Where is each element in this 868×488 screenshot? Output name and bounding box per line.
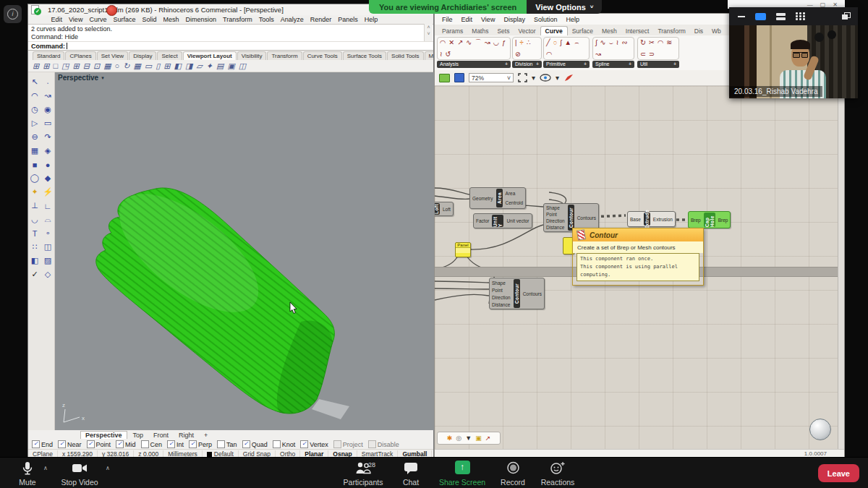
active-speaker-view-icon[interactable]: [755, 13, 766, 20]
rhino-menu-item[interactable]: Help: [365, 16, 378, 23]
osnap-int[interactable]: ✓Int: [167, 440, 184, 448]
gh-tool-icon[interactable]: ✂: [649, 38, 655, 48]
tool-icon[interactable]: ∷: [33, 242, 38, 252]
expand-icon[interactable]: +: [629, 61, 631, 68]
osnap-project[interactable]: Project: [333, 440, 363, 448]
osnap-near[interactable]: ✓Near: [58, 440, 82, 448]
gh-tool-icon[interactable]: ƒ: [502, 38, 506, 48]
toolbar-tab-surface-tools[interactable]: Surface Tools: [343, 51, 386, 60]
osnap-perp[interactable]: ✓Perp: [189, 440, 212, 448]
gh-tool-icon[interactable]: ↗: [457, 38, 463, 48]
gh-tab-curve[interactable]: Curve: [540, 26, 568, 35]
checkbox[interactable]: ✓: [32, 440, 40, 448]
tool-icon[interactable]: ◫: [239, 61, 246, 71]
gh-tool-icon[interactable]: ◡: [493, 38, 499, 48]
toolbar-tab-select[interactable]: Select: [157, 51, 182, 60]
rhino-menu-item[interactable]: Dimension: [185, 16, 216, 23]
tool-icon[interactable]: ⊞: [33, 61, 39, 71]
rhino-menu-item[interactable]: Tools: [259, 16, 274, 23]
toolbar-tab-transform[interactable]: Transform: [267, 51, 302, 60]
osnap-mid[interactable]: ✓Mid: [116, 440, 136, 448]
canvas-widget-icon[interactable]: ▣: [475, 435, 482, 442]
gh-tool-icon[interactable]: ○: [553, 38, 558, 48]
viewport-tab-right[interactable]: Right: [174, 432, 198, 439]
cplane-button[interactable]: CPlane: [28, 450, 58, 458]
tool-icon[interactable]: ✦: [31, 187, 38, 197]
output-port[interactable]: Unit vector: [506, 218, 529, 223]
tool-icon[interactable]: ▭: [44, 119, 51, 128]
toolbar-tab-cplanes[interactable]: CPlanes: [65, 51, 95, 60]
gh-tab-transform[interactable]: Transform: [653, 27, 689, 35]
input-port[interactable]: Base: [630, 217, 641, 222]
output-port[interactable]: Contours: [523, 291, 542, 296]
rhino-menu-item[interactable]: Edit: [51, 16, 63, 23]
gh-tool-icon[interactable]: ↺: [446, 49, 451, 59]
tool-icon[interactable]: ↻: [123, 61, 129, 71]
osnap-disable[interactable]: Disable: [368, 440, 399, 448]
gh-tool-icon[interactable]: ʃ: [560, 38, 561, 48]
gh-tool-icon[interactable]: ⊃: [649, 49, 655, 59]
gh-component-loft[interactable]: Loft Loft: [435, 202, 454, 216]
gh-component-area[interactable]: Geometry Area AreaCentroid: [469, 187, 526, 209]
tool-icon[interactable]: ◇: [45, 270, 51, 279]
tool-icon[interactable]: ∟: [44, 202, 52, 210]
gh-component-unit-y[interactable]: Factor Unit Y Unit vector: [473, 213, 532, 228]
checkbox[interactable]: ✓: [167, 440, 175, 448]
scroll-up-icon[interactable]: ˄: [425, 24, 433, 30]
tool-icon[interactable]: ▭: [145, 61, 152, 71]
chevron-down-icon[interactable]: ▾: [101, 75, 104, 81]
gh-tool-icon[interactable]: ∿: [600, 38, 606, 48]
tool-icon[interactable]: ⊞: [73, 61, 80, 71]
tool-icon[interactable]: ∘: [46, 228, 51, 238]
output-port[interactable]: Area: [506, 191, 524, 196]
gh-tool-icon[interactable]: ▲: [565, 38, 571, 48]
toggle-grid-snap[interactable]: Grid Snap: [239, 450, 276, 458]
gh-tool-icon[interactable]: ↝: [595, 49, 601, 59]
zoom-extents-icon[interactable]: [518, 73, 527, 82]
record-button[interactable]: Record: [496, 461, 529, 487]
component-core[interactable]: Extrude: [644, 213, 650, 226]
popout-view-icon[interactable]: [842, 12, 851, 20]
preview-eye-icon[interactable]: [540, 74, 551, 82]
checkbox[interactable]: [217, 440, 225, 448]
gh-tab-intersect[interactable]: Intersect: [621, 27, 654, 35]
toggle-ortho[interactable]: Ortho: [276, 450, 300, 458]
rhino-menu-item[interactable]: Solid: [142, 16, 156, 23]
rhino-menu-item[interactable]: Surface: [113, 16, 135, 23]
toolbar-tab-mesh-tools[interactable]: Mesh Tools: [425, 51, 433, 60]
toggle-planar[interactable]: Planar: [300, 450, 328, 458]
input-port[interactable]: Shape: [492, 281, 511, 286]
grasshopper-canvas[interactable]: Loft Loft Geometry Area AreaCentroid Fac…: [435, 86, 840, 449]
info-badge[interactable]: i: [4, 5, 22, 23]
tool-icon[interactable]: ⊟: [83, 61, 90, 71]
tool-icon[interactable]: ▦: [133, 61, 140, 71]
component-core[interactable]: Contour: [514, 279, 520, 308]
tool-icon[interactable]: ∙: [46, 78, 48, 87]
tool-icon[interactable]: ⊖: [31, 132, 38, 142]
gh-menu-item[interactable]: Display: [503, 16, 525, 23]
osnap-knot[interactable]: Knot: [273, 440, 296, 448]
tool-icon[interactable]: ⚡: [43, 187, 53, 197]
checkbox[interactable]: [141, 440, 149, 448]
tool-icon[interactable]: ↷: [44, 132, 51, 142]
add-viewport-icon[interactable]: +: [200, 432, 212, 439]
canvas-widget-icon[interactable]: ▼: [465, 435, 472, 442]
rhino-menu-item[interactable]: View: [69, 16, 82, 23]
tool-icon[interactable]: ◧: [174, 61, 182, 71]
share-screen-button[interactable]: ↑ Share Screen: [435, 461, 489, 487]
mute-options-caret[interactable]: ∧: [43, 465, 48, 471]
mute-button[interactable]: Mute: [10, 461, 45, 487]
gh-tab-mesh[interactable]: Mesh: [597, 27, 621, 35]
input-port[interactable]: Distance: [546, 225, 565, 230]
output-port[interactable]: Extrusion: [653, 217, 673, 222]
osnap-vertex[interactable]: ✓Vertex: [300, 440, 328, 448]
gh-tab-wb[interactable]: Wb: [707, 27, 726, 35]
gh-tool-icon[interactable]: ◠: [546, 49, 552, 59]
viewport-tab-front[interactable]: Front: [149, 432, 173, 439]
tool-icon[interactable]: ⊞: [43, 61, 49, 71]
output-port[interactable]: Brep: [718, 218, 728, 223]
panel-value[interactable]: [456, 247, 470, 253]
rhino-menu-item[interactable]: Analyze: [281, 16, 304, 23]
tool-icon[interactable]: ◠: [31, 91, 38, 100]
tool-icon[interactable]: ↝: [44, 91, 51, 100]
